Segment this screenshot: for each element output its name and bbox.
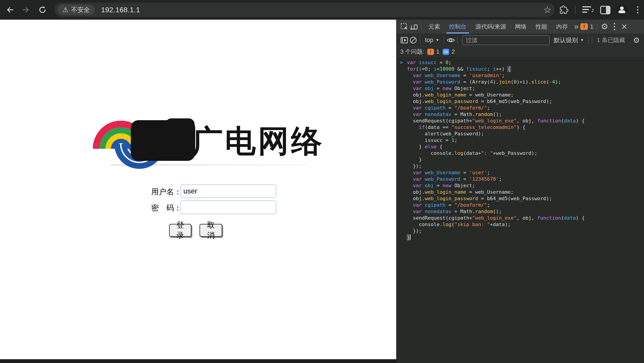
toolbar-separator <box>458 36 458 44</box>
console-code-line: sendRequest(cgipath+"web_login_exe", obj… <box>397 215 644 221</box>
device-toolbar-icon <box>410 23 418 30</box>
console-code-line: issucc = 1; <box>397 137 644 143</box>
console-code-line: console.log(data+": "+web_Password); <box>397 150 644 156</box>
toolbar-separator <box>592 36 592 44</box>
console-code-line: var nonedatav = Math.random(); <box>397 208 644 215</box>
console-code-line: if(data == "success_telecomadmin") { <box>397 124 644 130</box>
devtools-tab-performance[interactable]: 性能 <box>531 20 552 33</box>
eye-icon <box>446 37 455 43</box>
issues-warning-count: 1 <box>590 23 593 30</box>
console-code-line: var cgipath = "/boaform/"; <box>397 104 644 111</box>
issue-info-count: 2 <box>452 48 454 55</box>
console-sidebar-toggle[interactable] <box>400 36 409 45</box>
forward-icon <box>23 7 28 12</box>
browser-toolbar: ⚠ 不安全 192.168.1.1 ☆ ♪ <box>0 0 644 20</box>
side-panel-button[interactable] <box>600 6 610 14</box>
password-label: 密 码： <box>151 203 182 213</box>
security-chip[interactable]: ⚠ 不安全 <box>58 4 95 15</box>
bookmark-star-icon[interactable]: ☆ <box>544 5 552 14</box>
close-icon: × <box>622 22 627 31</box>
toolbar-separator <box>420 36 420 44</box>
issues-warning-badge[interactable]: ! <box>580 23 588 30</box>
back-icon <box>8 7 13 12</box>
chevron-down-icon: ▼ <box>580 38 584 42</box>
three-dots-icon <box>637 6 638 13</box>
extensions-puzzle-icon <box>560 5 568 14</box>
tabbar-separator <box>421 23 422 30</box>
three-dots-icon <box>614 23 615 30</box>
more-tabs-button[interactable]: » <box>572 22 580 30</box>
console-filter-input[interactable] <box>462 35 550 45</box>
console-code-line: sendRequest(cgipath+"web_login_exe", obj… <box>397 117 644 124</box>
console-code-line: obj.web_login_password = b64_md5(web_Pas… <box>397 98 644 104</box>
forward-button[interactable] <box>20 4 31 15</box>
devtools-panel: 元素控制台源代码/来源网络性能内存 » ! 1 ⚙ × top ▼ 默认级别 ▼ <box>396 20 644 363</box>
console-settings-button[interactable]: ⚙ <box>632 36 641 45</box>
console-code-line: }); <box>397 163 644 169</box>
password-input[interactable] <box>180 200 276 214</box>
music-note-icon: ♪ <box>591 7 594 13</box>
username-input[interactable] <box>180 184 276 198</box>
toolbar-separator <box>444 36 444 44</box>
issues-bar[interactable]: 3 个问题: ! 1 2 <box>397 47 644 57</box>
reload-button[interactable] <box>37 4 48 15</box>
browser-menu-button[interactable] <box>632 4 643 15</box>
console-output[interactable]: >var issucc = 0;for(i=0; i<10000 && !iss… <box>397 57 644 363</box>
cancel-button[interactable]: 取消 <box>200 224 222 237</box>
login-button[interactable]: 登录 <box>169 224 192 237</box>
devtools-tab-memory[interactable]: 内存 <box>552 20 572 33</box>
devtools-menu-button[interactable] <box>610 22 620 31</box>
console-code-line: obj.web_login_password = b64_md5(web_Pas… <box>397 195 644 202</box>
execution-context-selector[interactable]: top ▼ <box>422 37 442 43</box>
devtools-tab-elements[interactable]: 元素 <box>424 20 444 33</box>
console-code-line: var web_Username = 'user'; <box>397 169 644 176</box>
tabbar-separator <box>597 23 598 30</box>
hidden-messages-count[interactable]: 1 条已隐藏 <box>597 36 625 44</box>
devtools-settings-button[interactable]: ⚙ <box>600 22 610 31</box>
devtools-tab-bar: 元素控制台源代码/来源网络性能内存 » ! 1 ⚙ × <box>397 20 644 33</box>
live-expression-button[interactable] <box>446 36 455 45</box>
console-code-line: >var issucc = 0; <box>397 59 644 66</box>
console-input-chevron-icon: > <box>400 59 403 66</box>
console-code-line: } <box>397 156 644 163</box>
console-toolbar: top ▼ 默认级别 ▼ 1 条已隐藏 ⚙ <box>397 33 644 47</box>
devtools-close-button[interactable]: × <box>620 22 629 31</box>
console-code-line: } else { <box>397 143 644 150</box>
console-code-line: var nonedatav = Math.random(); <box>397 111 644 117</box>
username-label: 用户名： <box>151 187 182 197</box>
router-login-page: 广电网络 用户名： 密 码： 登录 取消 <box>0 20 396 359</box>
extensions-button[interactable] <box>558 4 569 15</box>
toolbar-separator <box>588 36 589 44</box>
window-bottom-edge <box>0 359 396 363</box>
console-code-line: for(i=0; i<10000 && !issucc; i++) { <box>397 66 644 72</box>
security-label: 不安全 <box>71 5 90 14</box>
issues-label: 3 个问题: <box>400 48 424 56</box>
devtools-tabs: 元素控制台源代码/来源网络性能内存 <box>424 20 572 33</box>
gear-icon: ⚙ <box>633 36 640 44</box>
console-code-line: var obj = new Object; <box>397 85 644 92</box>
devtools-tab-console[interactable]: 控制台 <box>444 20 471 33</box>
clear-console-button[interactable] <box>409 36 418 45</box>
back-button[interactable] <box>5 4 16 15</box>
media-controls-button[interactable]: ♪ <box>582 6 594 14</box>
log-level-selector[interactable]: 默认级别 ▼ <box>552 36 586 44</box>
device-toolbar-button[interactable] <box>409 22 419 31</box>
url-text[interactable]: 192.168.1.1 <box>101 6 140 14</box>
warning-icon: ⚠ <box>62 6 68 13</box>
logo-shadow-line <box>111 164 310 166</box>
issue-warning-badge: ! <box>427 49 434 55</box>
inspect-element-button[interactable] <box>399 22 409 31</box>
devtools-tab-sources[interactable]: 源代码/来源 <box>471 20 510 33</box>
console-code-line: var web_Password = (Array(4).join(0)+i).… <box>397 79 644 85</box>
address-bar[interactable]: ⚠ 不安全 192.168.1.1 ☆ <box>54 3 554 17</box>
profile-avatar[interactable] <box>616 4 628 16</box>
inspect-cursor-icon <box>400 22 408 30</box>
console-code-line: var obj = new Object; <box>397 182 644 189</box>
console-code-line: } <box>397 234 644 241</box>
issue-info-badge <box>442 49 449 55</box>
sidebar-icon <box>401 37 408 43</box>
devtools-tab-network[interactable]: 网络 <box>510 20 531 33</box>
console-code-line: var cgipath = "/boaform/"; <box>397 202 644 208</box>
brand-title: 广电网络 <box>192 121 324 162</box>
console-code-line: obj.web_login_name = web_Username; <box>397 189 644 195</box>
